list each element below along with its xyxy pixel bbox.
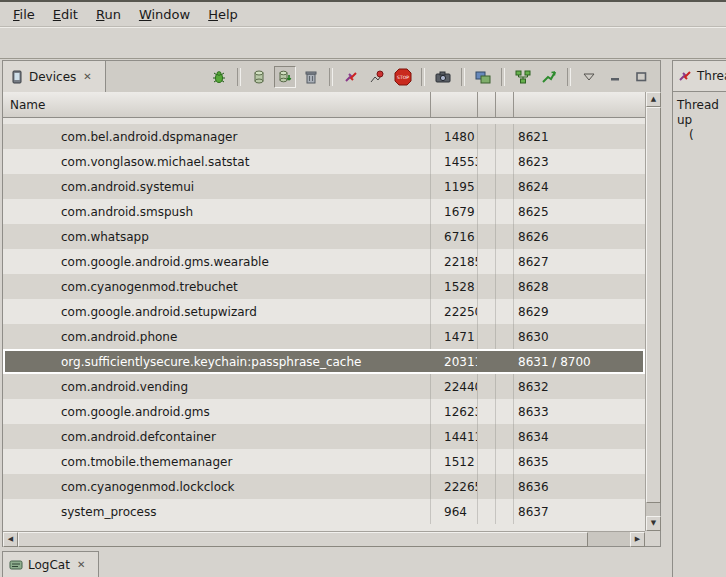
table-row[interactable]: com.google.android.gms.wearable 22185 86…: [3, 249, 645, 274]
table-row[interactable]: com.android.defcontainer 14411 8634: [3, 424, 645, 449]
toolbar-separator: [329, 68, 333, 86]
column-header-4[interactable]: [496, 92, 514, 117]
table-row[interactable]: com.tmobile.thememanager 1512 8635: [3, 449, 645, 474]
menu-bar: File Edit Run Window Help: [0, 2, 726, 27]
table-row[interactable]: com.bel.android.dspmanager 1480 8621: [3, 124, 645, 149]
process-pid: 22185: [431, 249, 478, 274]
process-col3: [478, 399, 496, 424]
table-row[interactable]: com.android.systemui 1195 8624: [3, 174, 645, 199]
process-col4: [496, 249, 514, 274]
process-port: 8624: [514, 174, 645, 199]
process-port: 8631 / 8700: [514, 349, 645, 374]
process-col3: [478, 149, 496, 174]
dump-hprof-icon[interactable]: [274, 66, 296, 88]
view-menu-chevron-icon[interactable]: [578, 66, 600, 88]
process-port: 8635: [514, 449, 645, 474]
logcat-icon: [9, 558, 23, 572]
scroll-up-icon[interactable]: ▲: [646, 92, 661, 107]
table-row[interactable]: com.cyanogenmod.trebuchet 1528 8628: [3, 274, 645, 299]
menu-item-help[interactable]: Help: [199, 4, 247, 25]
column-header-pid[interactable]: [431, 92, 478, 117]
process-col4: [496, 399, 514, 424]
menu-item-window[interactable]: Window: [130, 4, 199, 25]
process-col3: [478, 174, 496, 199]
scroll-down-icon[interactable]: ▼: [646, 516, 661, 531]
process-name: com.cyanogenmod.lockclock: [3, 474, 431, 499]
method-profiling-icon[interactable]: [366, 66, 388, 88]
vertical-scrollbar-thumb[interactable]: [646, 107, 661, 503]
table-row[interactable]: com.whatsapp 6716 8626: [3, 224, 645, 249]
toolbar-separator: [421, 68, 425, 86]
scroll-right-icon[interactable]: ▶: [630, 532, 645, 547]
process-pid: 14553: [431, 149, 478, 174]
process-col4: [496, 374, 514, 399]
column-header-name[interactable]: Name: [3, 92, 431, 117]
process-col4: [496, 449, 514, 474]
table-row[interactable]: system_process 964 8637: [3, 499, 645, 524]
process-col3: [478, 224, 496, 249]
vertical-scrollbar[interactable]: ▲ ▼: [645, 92, 660, 531]
menu-item-file[interactable]: File: [4, 4, 44, 25]
tab-threads[interactable]: Threads: [673, 61, 726, 92]
process-col3: [478, 374, 496, 399]
process-name: system_process: [3, 499, 431, 524]
table-row[interactable]: com.cyanogenmod.lockclock 22265 8636: [3, 474, 645, 499]
process-name: com.bel.android.dspmanager: [3, 124, 431, 149]
process-col3: [478, 124, 496, 149]
menu-item-edit[interactable]: Edit: [44, 4, 87, 25]
threads-view: Threads Thread up (: [672, 60, 726, 577]
table-row[interactable]: com.google.android.setupwizard 22250 862…: [3, 299, 645, 324]
close-icon[interactable]: ✕: [81, 71, 93, 83]
process-col4: [496, 474, 514, 499]
process-col4: [496, 224, 514, 249]
process-col3: [478, 449, 496, 474]
table-row[interactable]: com.vonglasow.michael.satstat 14553 8623: [3, 149, 645, 174]
toolbar-separator: [461, 68, 465, 86]
dual-display-icon[interactable]: [472, 66, 494, 88]
horizontal-scrollbar-thumb[interactable]: [18, 532, 588, 547]
debug-process-icon[interactable]: [208, 66, 230, 88]
process-col3: [478, 199, 496, 224]
process-pid: 1195: [431, 174, 478, 199]
process-pid: 22440: [431, 374, 478, 399]
process-pid: 22265: [431, 474, 478, 499]
process-pid: 1471: [431, 324, 478, 349]
panel-sash[interactable]: [661, 60, 672, 577]
process-col4: [496, 324, 514, 349]
process-col4: [496, 499, 514, 524]
table-row[interactable]: com.android.smspush 1679 8625: [3, 199, 645, 224]
menu-item-run[interactable]: Run: [87, 4, 130, 25]
minimize-icon[interactable]: [604, 66, 626, 88]
cause-gc-icon[interactable]: [300, 66, 322, 88]
process-name: org.sufficientlysecure.keychain:passphra…: [3, 349, 431, 374]
column-header-3[interactable]: [478, 92, 496, 117]
scroll-left-icon[interactable]: ◀: [3, 532, 18, 547]
trend-capture-icon[interactable]: [538, 66, 560, 88]
process-col4: [496, 349, 514, 374]
tab-devices[interactable]: Devices ✕: [3, 61, 106, 92]
process-name: com.android.smspush: [3, 199, 431, 224]
close-icon[interactable]: ✕: [75, 559, 87, 571]
svg-text:STOP: STOP: [397, 75, 409, 80]
devices-view: Devices ✕ STOP: [2, 60, 661, 547]
maximize-icon[interactable]: [630, 66, 652, 88]
update-threads-icon[interactable]: [340, 66, 362, 88]
horizontal-scrollbar[interactable]: ◀ ▶: [3, 531, 645, 546]
update-heap-icon[interactable]: [248, 66, 270, 88]
hierarchy-view-icon[interactable]: [512, 66, 534, 88]
process-port: 8636: [514, 474, 645, 499]
column-header-port[interactable]: [514, 92, 645, 117]
process-port: 8627: [514, 249, 645, 274]
table-row[interactable]: com.android.phone 1471 8630: [3, 324, 645, 349]
table-row[interactable]: org.sufficientlysecure.keychain:passphra…: [3, 349, 645, 374]
stop-process-icon[interactable]: STOP: [392, 66, 414, 88]
screen-capture-icon[interactable]: [432, 66, 454, 88]
tab-logcat[interactable]: LogCat ✕: [2, 551, 99, 577]
table-row[interactable]: com.google.android.gms 12623 8633: [3, 399, 645, 424]
process-port: 8623: [514, 149, 645, 174]
process-pid: 20311: [431, 349, 478, 374]
process-pid: 1679: [431, 199, 478, 224]
process-port: 8634: [514, 424, 645, 449]
process-col4: [496, 424, 514, 449]
table-row[interactable]: com.android.vending 22440 8632: [3, 374, 645, 399]
